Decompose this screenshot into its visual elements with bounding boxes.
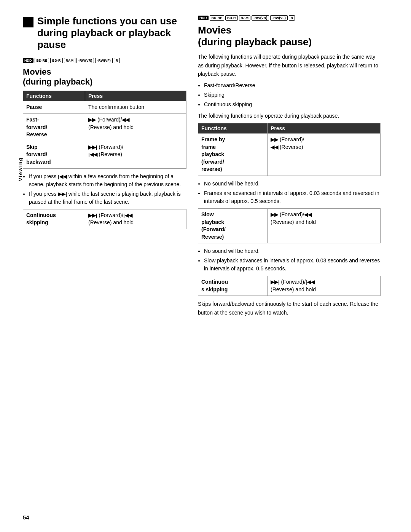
right-func-table1: Functions Press Frame byframeplayback(fo… bbox=[198, 123, 381, 176]
left-badge-row: HDD BD-RE BD-R RAM -RW(VR) -RW(VF) R bbox=[23, 58, 186, 63]
black-square-icon bbox=[23, 17, 33, 27]
press-skip: ▶▶| (Forward)/|◀◀ (Reverse) bbox=[85, 141, 186, 168]
right-intro: The following functions will operate dur… bbox=[198, 53, 381, 78]
note-item: Frames are advanced in intervals of appr… bbox=[204, 189, 381, 205]
viewing-label: Viewing bbox=[18, 157, 23, 181]
right-bullet-list: Fast-forward/Reverse Skipping Continuous… bbox=[204, 81, 381, 109]
table-row: Continuousskipping ▶▶| (Forward)/|◀◀(Rev… bbox=[23, 209, 186, 229]
func-ffrev: Fast-forward/Reverse bbox=[23, 113, 85, 141]
col-functions: Functions bbox=[23, 91, 85, 101]
table-row: Fast-forward/Reverse ▶▶ (Forward)/◀◀(Rev… bbox=[23, 113, 186, 141]
press-pause: The confirmation button bbox=[85, 101, 186, 114]
func-cont-skip-r: Continuous skipping bbox=[198, 276, 268, 296]
bottom-divider bbox=[198, 320, 381, 320]
right-func-table2: Slowplayback(Forward/Reverse) ▶▶ (Forwar… bbox=[198, 208, 381, 243]
press-frame: ▶▶ (Forward)/◀◀ (Reverse) bbox=[268, 133, 381, 176]
badge-rwvf: -RW(VF) bbox=[95, 58, 112, 63]
badge-r: R bbox=[114, 58, 120, 63]
note-item: If you press |◀◀ within a few seconds fr… bbox=[29, 173, 186, 189]
press-cont-skip-r: ▶▶| (Forward)/|◀◀(Reverse) and hold bbox=[268, 276, 381, 296]
right-final-note: Skips forward/backward continuously to t… bbox=[198, 300, 381, 317]
right-badge-row: HDD BD-RE BD-R RAM -RW(VR) -RW(VF) R bbox=[198, 15, 381, 21]
left-column: Simple functions you can use during play… bbox=[23, 15, 186, 323]
note-item: Slow playback advances in intervals of a… bbox=[204, 257, 381, 273]
table-row: Skipforward/backward ▶▶| (Forward)/|◀◀ (… bbox=[23, 141, 186, 168]
badge-rwvr: -RW(VR) bbox=[76, 58, 94, 63]
badge-hdd-r: HDD bbox=[198, 16, 209, 20]
bullet-item: Fast-forward/Reverse bbox=[204, 81, 381, 89]
func-frame: Frame byframeplayback(forward/reverse) bbox=[198, 133, 268, 176]
badge-bdr: BD-R bbox=[50, 58, 63, 63]
table-row: Slowplayback(Forward/Reverse) ▶▶ (Forwar… bbox=[198, 208, 381, 243]
left-notes: If you press |◀◀ within a few seconds fr… bbox=[29, 173, 186, 206]
badge-bdr-r: BD-R bbox=[225, 15, 238, 21]
func-skip: Skipforward/backward bbox=[23, 141, 85, 168]
note-item: If you press ▶▶| while the last scene is… bbox=[29, 190, 186, 206]
right-notes2: No sound will be heard. Slow playback ad… bbox=[204, 247, 381, 273]
section-title-block: Simple functions you can use during play… bbox=[23, 15, 186, 51]
col-functions-r: Functions bbox=[198, 123, 268, 133]
func-cont-skip: Continuousskipping bbox=[23, 209, 85, 229]
func-slow: Slowplayback(Forward/Reverse) bbox=[198, 208, 268, 243]
badge-bdre-r: BD-RE bbox=[210, 15, 225, 21]
badge-bdre: BD-RE bbox=[35, 58, 49, 63]
left-subsection-title: Movies (during playback) bbox=[23, 67, 186, 87]
note-item: No sound will be heard. bbox=[204, 180, 381, 188]
col-press: Press bbox=[85, 91, 186, 101]
func-pause: Pause bbox=[23, 101, 85, 114]
right-column: HDD BD-RE BD-R RAM -RW(VR) -RW(VF) R Mov… bbox=[198, 15, 381, 323]
bullet-item: Continuous skipping bbox=[204, 101, 381, 109]
left-func-table2: Continuousskipping ▶▶| (Forward)/|◀◀(Rev… bbox=[23, 209, 186, 229]
press-ffrev: ▶▶ (Forward)/◀◀(Reverse) and hold bbox=[85, 113, 186, 141]
badge-r-r: R bbox=[289, 15, 295, 21]
press-cont-skip: ▶▶| (Forward)/|◀◀(Reverse) and hold bbox=[85, 209, 186, 229]
right-note2: The following functions only operate dur… bbox=[198, 112, 381, 120]
table-row: Frame byframeplayback(forward/reverse) ▶… bbox=[198, 133, 381, 176]
badge-hdd: HDD bbox=[23, 58, 33, 63]
right-func-table3: Continuous skipping ▶▶| (Forward)/|◀◀(Re… bbox=[198, 276, 381, 296]
badge-ram-r: RAM bbox=[239, 15, 251, 21]
table-row: Continuous skipping ▶▶| (Forward)/|◀◀(Re… bbox=[198, 276, 381, 296]
press-slow: ▶▶ (Forward)/◀◀(Reverse) and hold bbox=[268, 208, 381, 243]
left-func-table: Functions Press Pause The confirmation b… bbox=[23, 91, 186, 168]
page-container: Viewing Simple functions you can use dur… bbox=[0, 0, 411, 338]
badge-rwvr-r: -RW(VR) bbox=[252, 15, 269, 21]
badge-rwvf-r: -RW(VF) bbox=[270, 15, 287, 21]
col-press-r: Press bbox=[268, 123, 381, 133]
page-number: 54 bbox=[23, 514, 29, 521]
badge-ram: RAM bbox=[64, 58, 76, 63]
table-row: Pause The confirmation button bbox=[23, 101, 186, 114]
note-item: No sound will be heard. bbox=[204, 247, 381, 255]
right-section-title: Movies (during playback pause) bbox=[198, 24, 381, 48]
section-title: Simple functions you can use during play… bbox=[37, 15, 186, 51]
bullet-item: Skipping bbox=[204, 91, 381, 99]
right-notes1: No sound will be heard. Frames are advan… bbox=[204, 180, 381, 205]
